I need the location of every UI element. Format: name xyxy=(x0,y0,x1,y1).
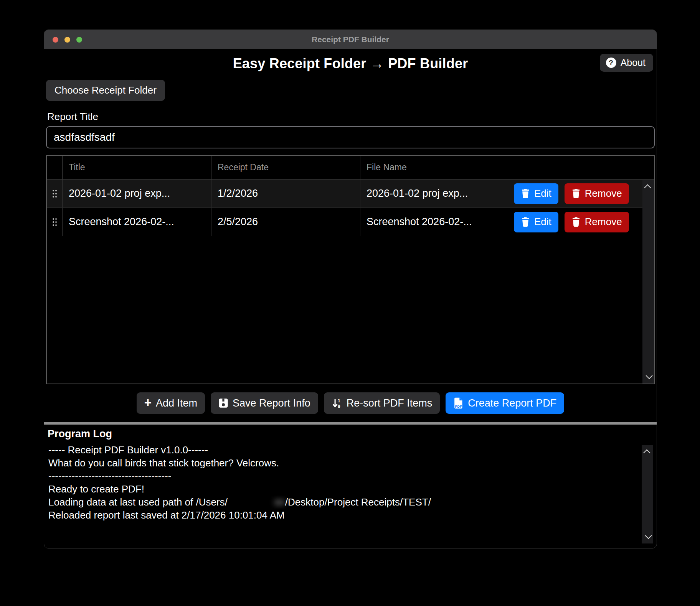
window-content: Easy Receipt Folder → PDF Builder ? Abou… xyxy=(44,49,657,548)
log-line: ------------------------------------- xyxy=(48,469,639,482)
chevron-down-icon[interactable] xyxy=(646,372,652,379)
about-button[interactable]: ? About xyxy=(600,54,653,72)
column-header-receipt-date: Receipt Date xyxy=(211,156,360,179)
program-log-area[interactable]: ----- Receipt PDF Builder v1.0.0------ W… xyxy=(46,443,655,546)
table-header-row: Title Receipt Date File Name xyxy=(47,156,654,179)
traffic-lights xyxy=(53,30,82,49)
remove-button-label: Remove xyxy=(585,216,622,228)
trash-icon xyxy=(571,189,581,199)
column-header-file-name: File Name xyxy=(360,156,509,179)
save-report-info-label: Save Report Info xyxy=(233,397,310,409)
log-line: ----- Receipt PDF Builder v1.0.0------ xyxy=(48,443,639,456)
about-button-label: About xyxy=(621,57,646,68)
edit-button-label: Edit xyxy=(534,216,551,228)
svg-text:PDF: PDF xyxy=(455,405,462,408)
cell-actions: Edit Remove xyxy=(509,179,642,207)
cell-file-name: Screenshot 2026-02-... xyxy=(360,208,509,236)
trash-icon xyxy=(521,217,530,227)
log-line-path: Loading data at last used path of /Users… xyxy=(48,496,639,509)
svg-text:9: 9 xyxy=(338,404,340,408)
receipt-items-table: Title Receipt Date File Name 2026-01-02 … xyxy=(46,155,655,384)
minimize-window-button[interactable] xyxy=(64,37,70,43)
edit-button[interactable]: Edit xyxy=(514,212,558,232)
trash-icon xyxy=(521,189,530,199)
cell-receipt-date: 1/2/2026 xyxy=(211,179,360,207)
program-log-title: Program Log xyxy=(48,428,655,442)
chevron-up-icon[interactable] xyxy=(644,184,651,191)
remove-button-label: Remove xyxy=(585,188,622,199)
create-report-pdf-button[interactable]: PDF Create Report PDF xyxy=(446,392,564,414)
table-row: Screenshot 2026-02-... 2/5/2026 Screensh… xyxy=(47,208,654,236)
edit-button-label: Edit xyxy=(534,188,551,199)
svg-text:1: 1 xyxy=(338,398,340,403)
drag-handle-column-header xyxy=(47,156,62,179)
resort-pdf-items-button[interactable]: 1 9 Re-sort PDF Items xyxy=(324,392,440,414)
add-item-button[interactable]: + Add Item xyxy=(137,392,205,414)
cell-file-name: 2026-01-02 proj exp... xyxy=(360,179,509,207)
create-report-pdf-label: Create Report PDF xyxy=(468,397,556,409)
log-scrollbar[interactable] xyxy=(642,445,653,543)
header-row: Easy Receipt Folder → PDF Builder ? Abou… xyxy=(46,53,655,74)
file-pdf-icon: PDF xyxy=(453,397,464,409)
remove-button[interactable]: Remove xyxy=(565,183,629,204)
row-drag-handle[interactable] xyxy=(47,208,62,236)
column-header-actions xyxy=(509,156,642,179)
page-title: Easy Receipt Folder → PDF Builder xyxy=(233,56,468,72)
log-line: Reloaded report last saved at 2/17/2026 … xyxy=(48,509,639,522)
plus-icon: + xyxy=(144,396,152,409)
choose-receipt-folder-button[interactable]: Choose Receipt Folder xyxy=(46,80,165,101)
table-row: 2026-01-02 proj exp... 1/2/2026 2026-01-… xyxy=(47,179,654,208)
edit-button[interactable]: Edit xyxy=(514,183,558,204)
report-title-label: Report Title xyxy=(47,111,655,123)
log-line: Ready to create PDF! xyxy=(48,482,639,496)
app-window: Receipt PDF Builder Easy Receipt Folder … xyxy=(44,30,657,548)
bottom-actions-row: + Add Item Save Report Info 1 9 Re-sort … xyxy=(46,392,655,414)
cell-actions: Edit Remove xyxy=(509,208,642,236)
save-report-info-button[interactable]: Save Report Info xyxy=(211,392,318,414)
log-line: What do you call birds that stick togeth… xyxy=(48,456,639,469)
grip-dots-icon xyxy=(52,189,58,198)
table-empty-area xyxy=(47,236,654,384)
chevron-up-icon[interactable] xyxy=(643,449,650,456)
row-drag-handle[interactable] xyxy=(47,179,62,207)
add-item-label: Add Item xyxy=(156,397,197,409)
trash-icon xyxy=(571,217,581,227)
close-window-button[interactable] xyxy=(53,37,58,43)
redacted-username xyxy=(228,499,285,506)
zoom-window-button[interactable] xyxy=(76,37,82,43)
remove-button[interactable]: Remove xyxy=(565,212,629,232)
program-log-lines: ----- Receipt PDF Builder v1.0.0------ W… xyxy=(46,443,655,522)
chevron-down-icon[interactable] xyxy=(645,532,652,539)
cell-title: 2026-01-02 proj exp... xyxy=(62,179,211,207)
resort-pdf-items-label: Re-sort PDF Items xyxy=(347,397,433,409)
titlebar[interactable]: Receipt PDF Builder xyxy=(44,30,657,49)
pane-splitter[interactable] xyxy=(44,422,657,425)
report-title-input[interactable] xyxy=(46,126,655,148)
floppy-disk-icon xyxy=(218,398,228,408)
question-circle-icon: ? xyxy=(606,58,616,68)
column-header-title: Title xyxy=(62,156,211,179)
window-title: Receipt PDF Builder xyxy=(312,35,389,44)
cell-receipt-date: 2/5/2026 xyxy=(211,208,360,236)
cell-title: Screenshot 2026-02-... xyxy=(62,208,211,236)
table-scrollbar[interactable] xyxy=(642,180,654,384)
sort-numeric-down-icon: 1 9 xyxy=(332,398,342,408)
grip-dots-icon xyxy=(52,217,58,227)
